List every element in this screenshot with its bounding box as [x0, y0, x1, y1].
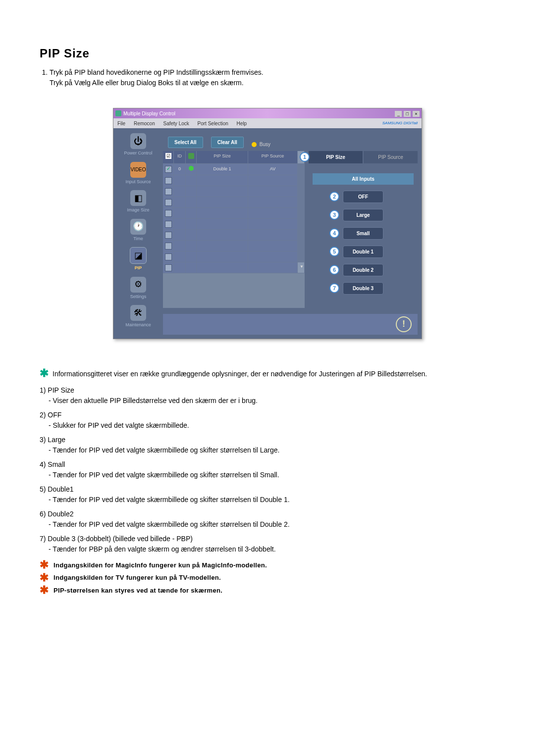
intro-item-1: Tryk på PIP bland hovedikonerne og PIP I…: [50, 67, 495, 88]
close-button[interactable]: ×: [413, 111, 420, 117]
item-title: Double 3 (3-dobbelt) (billede ved billed…: [48, 535, 193, 543]
grid-row[interactable]: 0 Double 1 AV: [163, 164, 305, 176]
busy-indicator: Busy: [252, 141, 270, 148]
grid-row-empty: [163, 219, 305, 230]
row-checkbox[interactable]: [165, 221, 172, 228]
row-checkbox[interactable]: [165, 264, 172, 271]
grid-row-empty: [163, 186, 305, 197]
toolbar: Select All Clear All Busy: [163, 128, 422, 151]
sidebar-label: Settings: [115, 294, 161, 301]
pip-icon: ◪: [130, 247, 147, 264]
option-label: OFF: [358, 194, 368, 200]
grid-row-empty: [163, 252, 305, 262]
power-icon: ⏻: [130, 133, 146, 149]
select-all-button[interactable]: Select All: [168, 137, 203, 148]
row-checkbox[interactable]: [165, 243, 172, 250]
option-double2[interactable]: 6Double 2: [343, 264, 383, 276]
item-num: 5): [40, 485, 46, 493]
row-checkbox[interactable]: [165, 253, 172, 260]
intro-line1: Tryk på PIP bland hovedikonerne og PIP I…: [50, 68, 264, 76]
item-desc: - Tænder for PIP ved det valgte skærmbil…: [40, 519, 495, 530]
info-text: Informationsgitteret viser en række grun…: [53, 369, 427, 379]
menu-safety-lock[interactable]: Safety Lock: [163, 121, 189, 126]
callout-4: 4: [329, 228, 339, 238]
item-num: 3): [40, 436, 46, 444]
minimize-button[interactable]: _: [395, 111, 402, 117]
menu-file[interactable]: File: [117, 121, 125, 126]
app-title: Multiple Display Control: [123, 110, 175, 117]
input-icon: VIDEO: [130, 162, 146, 178]
sidebar-label: Image Size: [115, 207, 161, 214]
intro-line2: Tryk på Vælg Alle eller brug Dialog Boks…: [50, 79, 244, 87]
app-icon: [115, 110, 121, 116]
image-size-icon: ◧: [130, 190, 146, 206]
time-icon: 🕐: [130, 219, 146, 235]
tab-pip-source[interactable]: PIP Source: [364, 151, 418, 163]
row-checkbox[interactable]: [165, 199, 172, 206]
scroll-down-icon[interactable]: ▼: [298, 262, 305, 273]
item-desc: - Tænder for PIP ved det valgte skærmbil…: [40, 470, 495, 480]
note-row: ✱ Indgangskilden for TV fungerer kun på …: [40, 573, 495, 583]
display-grid: ☑ ID PIP Size PIP Source ▲ 0 Double 1 AV: [163, 151, 305, 308]
maximize-button[interactable]: □: [404, 111, 411, 117]
option-off[interactable]: 2OFF: [343, 191, 383, 203]
sidebar-label: Power Control: [115, 150, 161, 157]
item-title: Double1: [48, 485, 73, 493]
item-desc: - Tænder for PIP ved det valgte skærmbil…: [40, 445, 495, 455]
item-title: OFF: [48, 411, 61, 419]
callout-2: 2: [329, 192, 339, 202]
note-row: ✱ Indgangskilden for MagicInfo fungerer …: [40, 560, 495, 570]
sidebar-label: Input Source: [115, 179, 161, 186]
item-num: 1): [40, 386, 46, 394]
option-large[interactable]: 3Large: [343, 209, 383, 221]
note-text: PIP-størrelsen kan styres ved at tænde f…: [54, 586, 222, 596]
option-label: Large: [356, 212, 370, 218]
menu-remocon[interactable]: Remocon: [134, 121, 155, 126]
option-double1[interactable]: 5Double 1: [343, 246, 383, 258]
tab-pip-size[interactable]: 1 PIP Size: [309, 151, 363, 163]
item-num: 7): [40, 535, 46, 543]
app-screenshot: Multiple Display Control _ □ × File Remo…: [113, 108, 422, 339]
grid-row-empty: [163, 241, 305, 252]
sidebar-item-maintenance[interactable]: 🛠 Maintenance: [115, 305, 161, 329]
option-label: Small: [357, 231, 370, 236]
row-checkbox[interactable]: [165, 232, 172, 239]
option-label: Double 3: [353, 286, 374, 291]
sidebar-item-power[interactable]: ⏻ Power Control: [115, 133, 161, 157]
grid-row-empty: [163, 208, 305, 219]
sidebar-label: Maintenance: [115, 322, 161, 329]
sidebar-item-settings[interactable]: ⚙ Settings: [115, 277, 161, 301]
all-inputs-button[interactable]: All Inputs: [313, 173, 414, 185]
maintenance-icon: 🛠: [130, 305, 146, 321]
sidebar-item-time[interactable]: 🕐 Time: [115, 219, 161, 243]
scroll-track[interactable]: [298, 164, 305, 176]
row-checkbox[interactable]: [165, 210, 172, 217]
clear-all-button[interactable]: Clear All: [211, 137, 244, 148]
alert-icon: !: [396, 316, 412, 332]
row-checkbox[interactable]: [165, 177, 172, 184]
menu-help[interactable]: Help: [237, 121, 247, 126]
row-checkbox[interactable]: [165, 188, 172, 195]
sidebar-item-image[interactable]: ◧ Image Size: [115, 190, 161, 214]
row-id: 0: [174, 164, 186, 176]
item-list: 1) PIP Size - Viser den aktuelle PIP Bil…: [40, 385, 495, 554]
asterisk-icon: ✱: [40, 369, 49, 378]
option-double3[interactable]: 7Double 3: [343, 282, 383, 295]
brand-label: SAMSUNG DIGITall: [382, 120, 418, 126]
page-heading: PIP Size: [40, 45, 495, 62]
callout-6: 6: [329, 265, 339, 275]
grid-row-empty: [163, 175, 305, 186]
info-note: ✱ Informationsgitteret viser en række gr…: [40, 369, 495, 379]
tab-label: PIP Size: [326, 154, 345, 160]
list-item: 6) Double2 - Tænder for PIP ved det valg…: [40, 509, 495, 530]
asterisk-red-icon: ✱: [40, 586, 49, 595]
row-checkbox[interactable]: [165, 166, 172, 173]
callout-1: 1: [300, 152, 310, 162]
option-small[interactable]: 4Small: [343, 227, 383, 240]
menu-port-selection[interactable]: Port Selection: [198, 121, 228, 126]
sidebar-item-input[interactable]: VIDEO Input Source: [115, 162, 161, 186]
header-pip-source: PIP Source: [248, 151, 298, 164]
item-title: Small: [48, 460, 65, 468]
menubar: File Remocon Safety Lock Port Selection …: [113, 118, 422, 128]
sidebar-item-pip[interactable]: ◪ PIP: [115, 247, 161, 272]
